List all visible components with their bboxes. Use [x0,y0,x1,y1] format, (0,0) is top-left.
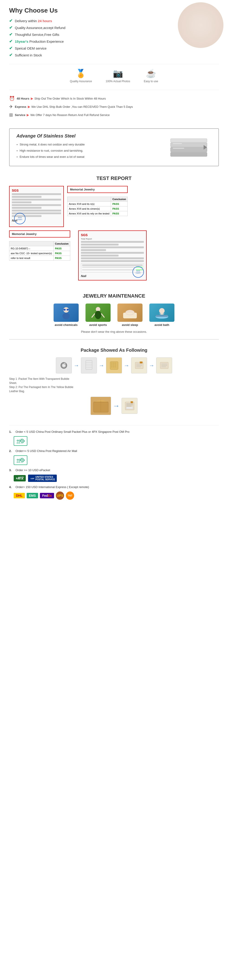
svg-text:USPS: USPS [30,477,35,480]
pkg-arrow-2: → [99,362,104,369]
test-block-1: Memorial Jewelry Conclusion Annex XVII a… [67,186,128,216]
steel-section: Advange Of Stainless Steel Strong metal,… [9,128,219,166]
steel-feature-3: Endure lots of times wear and even a lot… [16,155,162,159]
svg-point-31 [113,364,114,366]
clock-icon: ⏰ [9,96,15,101]
pkg-box-bubble [106,358,122,374]
svg-line-12 [92,314,95,317]
ship-option-3: 3. Order >= 10 USD ePacket [9,468,219,472]
svg-point-28 [113,363,114,364]
maint-item-sleep: avoid sleep [116,304,144,326]
svg-point-33 [111,366,112,368]
svg-rect-5 [173,143,182,144]
pkg-arrow-5: → [113,402,120,410]
carrier-logos: DHL EMS FedEx UPS TNT [9,492,219,500]
feature-icons-row: 🏅 Quality Assurance 📷 100% Actual Photos… [9,64,219,88]
test-row-1: SGS Nali SGSCERT Memorial Jewelry [9,186,219,227]
steel-feature-1: Strong metal, it does not oxidize and ve… [16,143,162,146]
pkg-box-label1 [131,358,147,374]
pkg-item-box-big [90,397,111,415]
table-row: Annex XVII and its cimen(s) PASS [68,207,128,211]
svg-rect-54 [131,401,133,403]
sgs-header-1: SGS [12,189,61,192]
svg-text:邮政: 邮政 [17,461,20,463]
table-row: Annex XVII and its n(s) PASS [68,202,128,207]
svg-rect-2 [171,138,207,142]
svg-point-21 [64,363,66,364]
ship-option-2: 2. Order>= 5 USD China Post Registered A… [9,449,219,453]
svg-rect-3 [171,152,207,156]
svg-line-13 [101,314,104,317]
svg-point-11 [95,311,101,319]
package-flow-1: → → [9,358,219,374]
check-icon: ✔ [9,39,13,44]
person-decoration [178,2,223,48]
ship-prefix-3: Service [15,113,25,117]
ship-num-3: 3. [9,468,14,472]
ship-num-1: 1. [9,430,14,433]
pkg-box-big [90,397,111,415]
svg-text:邮政: 邮政 [17,442,20,444]
tnt-logo: TNT [66,492,74,500]
svg-point-34 [113,366,114,368]
pkg-item-wrap [81,358,97,374]
ship-text-1: Ship Out The Order Which Is In Stock Wit… [35,97,106,100]
epacket-logos: e邮宝 USPS UNITED STATESPOSTAL SERVICE [9,474,219,482]
svg-point-27 [111,363,112,364]
ship-row-3: ⊞ Service ▶ We Offer 7 days No Reason Re… [9,112,219,118]
epacket-logo: e邮宝 [14,475,26,481]
test-block-2: Memorial Jewelry Conclusion RG-10-545687… [9,231,70,261]
shipping-options-section: 1. Order < 5 USD China Post Ordinary Sma… [0,428,228,508]
steel-visual-area [166,134,212,161]
svg-point-8 [63,309,66,310]
maint-item-chemicals: avoid chemicals [52,304,80,326]
pkg-item-label2 [156,358,172,374]
ship-num-2: 2. [9,449,14,453]
cn-post-logo-1: 中国 邮政 [9,436,219,446]
test-report-title: TEST REPORT [9,175,219,181]
maintenance-items: avoid chemicals avoid sports [9,304,219,326]
pkg-arrow-4: → [149,362,154,369]
svg-point-9 [66,309,69,310]
table-row: refer to test result PASS [10,256,70,261]
maintenance-title: JEWELRY MAINTENANCE [9,293,219,299]
pkg-step-desc: Step 1 :Packet The Item With Transparent… [9,377,78,393]
svg-rect-17 [156,315,168,317]
sgs-doc-1: SGS Nali SGSCERT [9,186,64,227]
ship-option-1-text: Order < 5 USD China Post Ordinary Small … [16,430,130,433]
pkg-arrow-1: → [74,362,79,369]
svg-rect-4 [173,148,184,149]
steel-title: Advange Of Stainless Steel [16,134,162,138]
feature-photos: 📷 100% Actual Photos [106,69,130,83]
sleep-label: avoid sleep [122,323,138,326]
stamp-1: SGSCERT [14,213,25,224]
test-report-section: TEST REPORT SGS Nali SGSCERT Memorial Je… [0,171,228,288]
pkg-box-shipping-label [122,398,138,414]
maint-item-sports: avoid sports [84,304,112,326]
ship-option-3-text: Order >= 10 USD ePacket [16,468,50,472]
test-row-2: Memorial Jewelry Conclusion RG-10-545687… [9,231,219,280]
quality-label: Quality Assurance [70,80,92,83]
svg-point-35 [115,366,116,368]
ship-option-4: 4. Order> 150 USD International Express … [9,485,219,489]
svg-rect-53 [126,407,133,409]
shipping-info-section: ⏰ 48 Hours ▶ Ship Out The Order Which Is… [0,92,228,124]
steel-text: Advange Of Stainless Steel Strong metal,… [16,134,162,161]
bath-label: avoid bath [154,323,169,326]
table-row: Annex XVII and its rely on the tested PA… [68,211,128,216]
sports-img [86,304,111,322]
package-title: Package Showed As Following [9,348,219,353]
pkg-box-ring [56,358,72,374]
pkg-arrow-3: → [124,362,129,369]
pkg-box-label2 [156,358,172,374]
chemicals-img [54,304,79,322]
ems-logo: EMS [27,493,38,498]
usps-logo: USPS UNITED STATESPOSTAL SERVICE [28,474,57,482]
feature-easy: ☕ Easy to use [144,69,158,83]
ups-logo: UPS [56,492,64,500]
check-icon: ✔ [9,32,13,37]
conclusion-table-2: Conclusion RG-10-545687) – PASS ase No C… [9,241,70,261]
feature-quality: 🏅 Quality Assurance [70,69,92,83]
why-item-6: ✔ Sufficient in Stock [9,52,219,57]
sgs-doc-2: SGS Total Report [78,231,147,280]
